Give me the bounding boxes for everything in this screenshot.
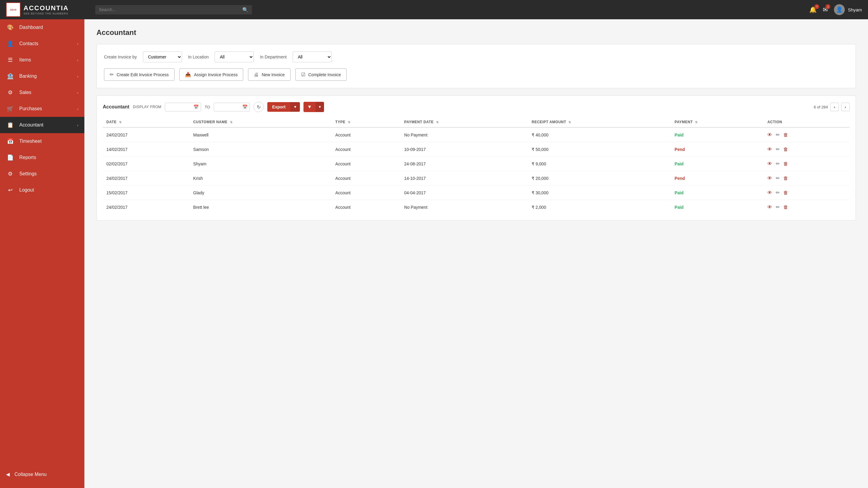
sidebar-item-settings[interactable]: ⚙ Settings	[0, 166, 84, 182]
search-input[interactable]	[99, 7, 240, 12]
table-row: 24/02/2017 Brett lee Account No Payment …	[103, 200, 849, 215]
calendar-from-icon: 📅	[193, 104, 198, 109]
edit-icon[interactable]: ✏	[776, 132, 780, 138]
cell-type: Account	[332, 142, 401, 157]
delete-icon[interactable]: 🗑	[783, 175, 788, 181]
col-customer-name[interactable]: CUSTOMER NAME ⇅	[190, 117, 332, 127]
delete-icon[interactable]: 🗑	[783, 204, 788, 210]
sidebar-item-dashboard[interactable]: 🎨 Dashboard	[0, 19, 84, 36]
sidebar-item-timesheet[interactable]: 📅 Timesheet	[0, 133, 84, 150]
search-icon[interactable]: 🔍	[242, 7, 248, 13]
assign-invoice-button[interactable]: 📥 Assign Invoice Process	[179, 68, 244, 81]
settings-icon: ⚙	[6, 170, 14, 177]
cell-date: 14/02/2017	[103, 142, 190, 157]
table-row: 15/02/2017 Glady Account 04-04-2017 ₹ 30…	[103, 186, 849, 200]
table-row: 24/02/2017 Krish Account 14-10-2017 ₹ 20…	[103, 171, 849, 186]
collapse-menu-button[interactable]: ◀ Collapse Menu	[0, 466, 84, 482]
accountant-icon: 📋	[6, 122, 14, 128]
sidebar-item-label: Accountant	[19, 122, 72, 128]
delete-icon[interactable]: 🗑	[783, 147, 788, 152]
user-name: Shyam	[848, 7, 862, 12]
edit-icon[interactable]: ✏	[776, 204, 780, 210]
cell-payment: Pend	[671, 142, 764, 157]
notifications-button[interactable]: 🔔 7	[809, 6, 817, 13]
items-icon: ☰	[6, 57, 14, 63]
assign-label: Assign Invoice Process	[194, 72, 238, 77]
in-department-select[interactable]: All Finance Sales	[293, 52, 332, 62]
prev-page-button[interactable]: ‹	[830, 103, 839, 111]
col-payment-date[interactable]: PAYMENT DATE ⇅	[401, 117, 528, 127]
col-type[interactable]: TYPE ⇅	[332, 117, 401, 127]
refresh-button[interactable]: ↻	[253, 102, 264, 112]
edit-icon[interactable]: ✏	[776, 175, 780, 181]
view-icon[interactable]: 👁	[767, 204, 772, 210]
delete-icon[interactable]: 🗑	[783, 190, 788, 195]
view-icon[interactable]: 👁	[767, 132, 772, 138]
cell-date: 24/02/2017	[103, 171, 190, 186]
cell-date: 15/02/2017	[103, 186, 190, 200]
sidebar-item-label: Dashboard	[19, 25, 79, 30]
view-icon[interactable]: 👁	[767, 190, 772, 195]
export-dropdown-button[interactable]: ▼	[290, 102, 300, 112]
logo-area: ZEUS ACCOUNTIA SEE BEYOND THE NUMBERS	[6, 2, 90, 17]
cell-receipt-amount: ₹ 40,000	[528, 127, 671, 142]
cell-payment-date: No Payment	[401, 200, 528, 215]
edit-icon[interactable]: ✏	[776, 161, 780, 167]
sidebar-item-logout[interactable]: ↩ Logout	[0, 182, 84, 198]
pagination-text: 6 of 284	[814, 105, 828, 109]
delete-icon[interactable]: 🗑	[783, 132, 788, 138]
topnav: ZEUS ACCOUNTIA SEE BEYOND THE NUMBERS 🔍 …	[0, 0, 868, 19]
sidebar-item-reports[interactable]: 📄 Reports	[0, 150, 84, 166]
sidebar-item-purchases[interactable]: 🛒 Purchases ›	[0, 101, 84, 117]
to-date-wrap: 📅	[214, 103, 250, 111]
banking-icon: 🏦	[6, 73, 14, 79]
user-area[interactable]: 👤 Shyam	[834, 4, 862, 15]
create-invoice-select[interactable]: Customer Vendor	[143, 52, 182, 62]
sidebar-item-contacts[interactable]: 👤 Contacts ›	[0, 36, 84, 52]
cell-type: Account	[332, 186, 401, 200]
filter-icon-button[interactable]: ▼	[304, 102, 315, 112]
new-invoice-button[interactable]: 🖨 New Invoice	[248, 68, 290, 81]
cell-payment-date: 04-04-2017	[401, 186, 528, 200]
filter-panel: Create Invoice by Customer Vendor In Loc…	[96, 44, 856, 88]
edit-icon[interactable]: ✏	[776, 190, 780, 195]
in-location-select[interactable]: All Branch 1 Branch 2	[215, 52, 254, 62]
edit-icon[interactable]: ✏	[776, 147, 780, 152]
view-icon[interactable]: 👁	[767, 175, 772, 181]
page-title: Accountant	[96, 28, 856, 37]
purchases-icon: 🛒	[6, 105, 14, 112]
view-icon[interactable]: 👁	[767, 161, 772, 167]
cell-customer-name: Samson	[190, 142, 332, 157]
sidebar-item-sales[interactable]: ⚙ Sales ›	[0, 84, 84, 101]
topnav-right: 🔔 7 ✉ 1 👤 Shyam	[809, 4, 862, 15]
sidebar-item-banking[interactable]: 🏦 Banking ›	[0, 68, 84, 84]
export-group: Export ▼	[267, 102, 300, 112]
search-bar[interactable]: 🔍	[95, 5, 252, 14]
cell-payment: Pend	[671, 171, 764, 186]
col-date[interactable]: DATE ⇅	[103, 117, 190, 127]
filter-dropdown-button[interactable]: ▼	[315, 102, 324, 112]
cell-customer-name: Brett lee	[190, 200, 332, 215]
cell-payment: Paid	[671, 186, 764, 200]
cell-receipt-amount: ₹ 30,000	[528, 186, 671, 200]
cell-customer-name: Glady	[190, 186, 332, 200]
sidebar-item-accountant[interactable]: 📋 Accountant ›	[0, 117, 84, 133]
main-layout: 🎨 Dashboard 👤 Contacts › ☰ Items › 🏦 Ban…	[0, 19, 868, 488]
complete-invoice-button[interactable]: ☑ Complete Invoice	[296, 68, 347, 81]
messages-button[interactable]: ✉ 1	[823, 6, 828, 13]
table-section: Accountant DISPLAY FROM 📅 TO 📅 ↻ Export …	[96, 96, 856, 221]
next-page-button[interactable]: ›	[841, 103, 849, 111]
col-payment[interactable]: PAYMENT ⇅	[671, 117, 764, 127]
col-action: ACTION	[764, 117, 849, 127]
new-invoice-icon: 🖨	[254, 72, 258, 77]
sidebar-item-label: Logout	[19, 187, 79, 193]
delete-icon[interactable]: 🗑	[783, 161, 788, 167]
in-department-label: In Department	[260, 55, 287, 59]
sidebar-item-items[interactable]: ☰ Items ›	[0, 52, 84, 68]
cell-action: 👁 ✏ 🗑	[764, 157, 849, 171]
create-edit-label: Create Edit Invoice Process	[117, 72, 169, 77]
create-edit-invoice-button[interactable]: ✏ Create Edit Invoice Process	[104, 68, 175, 81]
export-button[interactable]: Export	[267, 102, 290, 112]
view-icon[interactable]: 👁	[767, 147, 772, 152]
col-receipt-amount[interactable]: RECEIPT AMOUNT ⇅	[528, 117, 671, 127]
